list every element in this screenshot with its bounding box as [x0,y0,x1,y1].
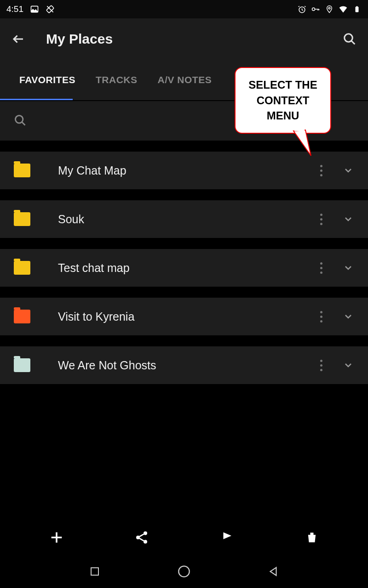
list-item[interactable]: Souk [0,200,368,238]
svg-rect-6 [356,7,359,12]
svg-rect-13 [91,568,98,575]
add-button[interactable] [46,527,67,548]
battery-icon [352,5,362,14]
share-button[interactable] [132,527,152,548]
favorites-list: My Chat Map Souk Test chat map Visit to … [0,141,368,384]
tab-tracks[interactable]: TRACKS [86,60,148,100]
more-button[interactable] [315,307,328,326]
key-icon [311,5,320,14]
expand-button[interactable] [341,212,355,226]
item-label: Souk [58,213,315,226]
svg-point-4 [312,8,315,11]
image-icon [30,5,39,14]
folder-icon [14,310,30,323]
nav-recent-button[interactable] [87,564,103,579]
item-label: We Are Not Ghosts [58,359,315,372]
svg-point-10 [144,531,147,535]
svg-rect-7 [356,6,358,7]
more-button[interactable] [315,210,328,228]
svg-point-14 [178,566,189,577]
expand-button[interactable] [341,261,355,275]
item-label: My Chat Map [58,164,315,177]
expand-button[interactable] [341,358,355,372]
expand-button[interactable] [341,164,355,177]
more-button[interactable] [315,161,328,180]
item-label: Test chat map [58,261,315,275]
status-time: 4:51 [6,4,23,14]
svg-point-5 [328,7,330,9]
callout-line1: SELECT THE [248,79,317,91]
more-button[interactable] [315,259,328,277]
folder-icon [14,212,30,226]
svg-point-8 [345,34,353,42]
svg-point-12 [144,540,147,543]
status-bar: 4:51 [0,0,368,18]
callout-bubble: SELECT THE CONTEXT MENU [235,67,331,134]
system-nav-bar [0,555,368,588]
list-item[interactable]: Test chat map [0,249,368,287]
svg-point-11 [136,536,140,539]
folder-icon [14,261,30,275]
tab-favorites[interactable]: FAVORITES [9,60,86,100]
folder-icon [14,164,30,177]
callout-line2: CONTEXT MENU [257,94,310,122]
svg-point-9 [16,116,23,123]
search-icon [14,114,28,128]
nav-back-button[interactable] [265,564,281,579]
svg-line-2 [47,6,53,12]
list-item[interactable]: We Are Not Ghosts [0,346,368,384]
app-bar: My Places [0,18,368,60]
nav-home-button[interactable] [176,564,192,579]
bottom-action-bar [0,520,368,555]
back-button[interactable] [9,30,28,48]
item-label: Visit to Kyrenia [58,310,315,323]
more-button[interactable] [315,356,328,374]
search-button[interactable] [340,30,359,48]
delete-button[interactable] [302,527,322,548]
list-item[interactable]: Visit to Kyrenia [0,298,368,335]
expand-button[interactable] [341,310,355,323]
tab-indicator [0,99,73,100]
tab-av-notes[interactable]: A/V NOTES [147,60,222,100]
page-title: My Places [46,31,340,47]
folder-icon [14,358,30,372]
alarm-icon [297,5,306,14]
flag-button[interactable] [217,527,237,548]
wifi-icon [339,5,348,14]
rotate-icon [46,5,55,14]
location-icon [325,5,334,14]
